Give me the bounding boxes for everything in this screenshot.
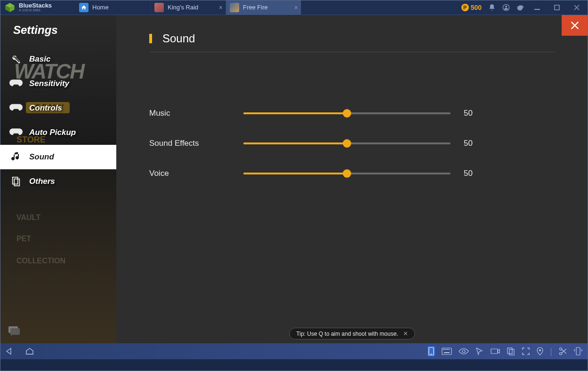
slider-fill bbox=[243, 112, 347, 114]
svg-rect-16 bbox=[444, 352, 450, 353]
slider-thumb[interactable] bbox=[343, 109, 351, 118]
slider-value: 50 bbox=[464, 139, 483, 148]
svg-point-23 bbox=[560, 353, 562, 355]
sidebar-item-sensitivity[interactable]: Sensitivity bbox=[0, 71, 116, 96]
slider-label: Voice bbox=[149, 169, 243, 178]
svg-rect-19 bbox=[507, 348, 512, 354]
content-area: WATCH x5 DAILY STORE LUCK ROYALE VAULT P… bbox=[0, 15, 588, 343]
panel-title: Sound bbox=[162, 32, 195, 45]
svg-point-22 bbox=[560, 348, 562, 350]
slider-sound-effects: Sound Effects 50 bbox=[149, 139, 555, 148]
close-window-button[interactable] bbox=[570, 1, 583, 14]
chat-icon[interactable] bbox=[8, 325, 21, 339]
free-fire-icon bbox=[230, 3, 239, 12]
settings-title: Settings bbox=[0, 15, 116, 47]
points-display[interactable]: P 500 bbox=[461, 4, 482, 11]
svg-point-1 bbox=[505, 6, 507, 8]
home-icon bbox=[79, 3, 89, 12]
svg-point-21 bbox=[539, 349, 541, 351]
camera-icon[interactable] bbox=[491, 347, 500, 355]
tip-close-icon[interactable]: ✕ bbox=[403, 330, 408, 337]
sidebar-item-basic[interactable]: Basic bbox=[0, 47, 116, 71]
minimize-button[interactable] bbox=[531, 1, 544, 14]
copy-icon bbox=[9, 176, 23, 187]
tab-kings-raid[interactable]: King's Raid × bbox=[151, 0, 226, 15]
svg-rect-11 bbox=[443, 349, 444, 350]
music-note-icon bbox=[9, 151, 23, 163]
points-coin-icon: P bbox=[461, 4, 469, 11]
menu-label: Basic bbox=[29, 55, 50, 64]
tab-close-icon[interactable]: × bbox=[294, 4, 298, 11]
android-navbar: | bbox=[0, 343, 588, 359]
svg-rect-3 bbox=[555, 5, 559, 10]
cursor-icon[interactable] bbox=[475, 347, 484, 355]
titlebar-right: P 500 bbox=[457, 1, 588, 14]
tab-label: Free Fire bbox=[243, 4, 268, 11]
points-value: 500 bbox=[471, 4, 482, 11]
tab-strip: Home King's Raid × Free Fire × bbox=[75, 0, 457, 15]
slider-track-sfx[interactable] bbox=[243, 142, 451, 144]
tools-icon bbox=[9, 54, 23, 65]
tab-label: King's Raid bbox=[168, 4, 198, 11]
copy-nav-icon[interactable] bbox=[507, 347, 515, 355]
shake-icon[interactable] bbox=[574, 347, 582, 356]
bluestacks-logo-icon bbox=[4, 1, 16, 14]
bg-collection-text: COLLECTION bbox=[16, 257, 65, 265]
svg-rect-18 bbox=[491, 349, 498, 354]
slider-value: 50 bbox=[464, 169, 483, 178]
menu-label: Others bbox=[29, 177, 55, 186]
svg-rect-4 bbox=[13, 177, 18, 184]
mobile-icon[interactable] bbox=[427, 346, 435, 356]
scissors-icon[interactable] bbox=[559, 347, 567, 355]
titlebar: BlueStacks 4.110.0.1081 Home King's Raid… bbox=[0, 0, 588, 15]
panel-header: Sound bbox=[149, 32, 555, 52]
slider-label: Music bbox=[149, 109, 243, 118]
sidebar-item-sound[interactable]: Sound bbox=[0, 145, 116, 169]
back-icon[interactable] bbox=[6, 347, 16, 355]
gamepad-icon bbox=[9, 103, 23, 114]
user-icon[interactable] bbox=[502, 4, 510, 11]
svg-rect-5 bbox=[14, 179, 19, 186]
tab-close-icon[interactable]: × bbox=[219, 4, 223, 11]
menu-label: Controls bbox=[29, 103, 62, 113]
location-pin-icon[interactable] bbox=[537, 347, 543, 355]
gamepad-icon bbox=[9, 127, 23, 138]
close-panel-button[interactable] bbox=[562, 15, 588, 36]
slider-thumb[interactable] bbox=[343, 169, 351, 178]
home-nav-icon[interactable] bbox=[24, 347, 35, 355]
svg-point-17 bbox=[462, 350, 465, 353]
slider-voice: Voice 50 bbox=[149, 169, 555, 178]
slider-fill bbox=[243, 142, 347, 144]
slider-track-music[interactable] bbox=[243, 112, 451, 114]
svg-rect-12 bbox=[444, 349, 445, 350]
gear-icon[interactable] bbox=[516, 4, 524, 11]
slider-track-voice[interactable] bbox=[243, 173, 451, 174]
svg-rect-24 bbox=[576, 347, 580, 355]
tip-toast: Tip: Use Q to aim and shoot with mouse. … bbox=[289, 328, 415, 339]
svg-rect-13 bbox=[446, 349, 447, 350]
sidebar-item-auto-pickup[interactable]: Auto Pickup bbox=[0, 120, 116, 145]
sidebar-item-controls[interactable]: Controls bbox=[0, 96, 116, 120]
slider-label: Sound Effects bbox=[149, 139, 243, 148]
settings-sidebar: WATCH x5 DAILY STORE LUCK ROYALE VAULT P… bbox=[0, 15, 116, 343]
keyboard-icon[interactable] bbox=[442, 347, 452, 355]
slider-thumb[interactable] bbox=[343, 139, 351, 148]
maximize-button[interactable] bbox=[550, 1, 564, 14]
svg-point-9 bbox=[431, 354, 432, 355]
menu-label: Sound bbox=[29, 152, 54, 162]
fullscreen-icon[interactable] bbox=[522, 347, 530, 355]
kings-raid-icon bbox=[154, 3, 164, 12]
svg-rect-15 bbox=[449, 349, 450, 350]
tab-home[interactable]: Home bbox=[75, 0, 151, 15]
settings-panel: Sound Music 50 Sound Effects 50 Voi bbox=[116, 15, 588, 343]
slider-fill bbox=[243, 173, 347, 174]
tab-free-fire[interactable]: Free Fire × bbox=[226, 0, 301, 15]
menu-label: Sensitivity bbox=[29, 79, 69, 88]
logo-section: BlueStacks 4.110.0.1081 bbox=[0, 1, 75, 14]
svg-rect-2 bbox=[534, 9, 540, 10]
svg-rect-20 bbox=[509, 349, 514, 355]
eye-icon[interactable] bbox=[459, 347, 469, 355]
bell-icon[interactable] bbox=[488, 4, 496, 11]
accent-bar bbox=[149, 34, 152, 43]
sidebar-item-others[interactable]: Others bbox=[0, 169, 116, 194]
